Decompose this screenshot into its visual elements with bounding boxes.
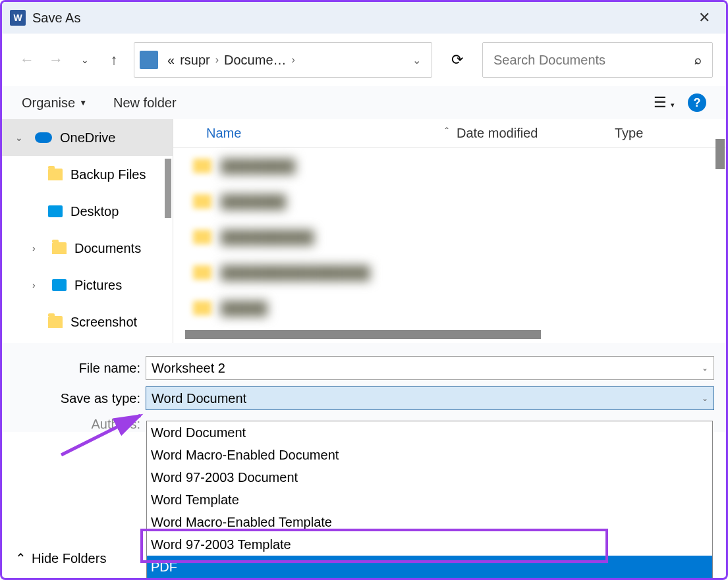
path-seg-1[interactable]: rsupr <box>180 53 210 68</box>
type-option-pdf[interactable]: PDF <box>147 556 712 578</box>
onedrive-icon <box>35 132 52 143</box>
sidebar-item-label: Pictures <box>74 278 122 293</box>
col-name[interactable]: Name⌃ <box>173 126 457 141</box>
chevron-right-icon[interactable]: › <box>32 280 44 290</box>
desktop-icon <box>48 205 63 217</box>
titlebar: Save As ✕ <box>2 2 726 34</box>
svg-line-0 <box>61 415 140 455</box>
nav-sidebar: ⌄ OneDrive Backup Files Desktop › Docume… <box>2 119 173 343</box>
save-type-label: Save as type: <box>14 391 146 406</box>
location-icon <box>140 51 158 69</box>
search-box[interactable]: ⌕ <box>482 42 713 78</box>
file-list-pane: Name⌃ Date modified Type ████████ ██████… <box>173 119 726 343</box>
list-item[interactable]: ██████████ <box>173 219 726 255</box>
chevron-down-icon[interactable]: ⌄ <box>15 132 27 143</box>
folder-icon <box>48 316 63 328</box>
new-folder-button[interactable]: New folder <box>113 95 177 111</box>
sidebar-item-screenshot[interactable]: Screenshot <box>2 303 173 340</box>
save-type-dropdown: Word Document Word Macro-Enabled Documen… <box>146 421 713 580</box>
sidebar-item-backup[interactable]: Backup Files <box>2 156 173 193</box>
type-option[interactable]: Word Macro-Enabled Document <box>147 444 712 466</box>
type-option[interactable]: Word Template <box>147 488 712 511</box>
chevron-down-icon[interactable]: ⌄ <box>702 394 708 403</box>
sidebar-item-documents[interactable]: › Documents <box>2 230 173 267</box>
list-item[interactable]: ███████ <box>173 184 726 219</box>
back-button[interactable]: ← <box>15 48 39 72</box>
chevron-up-icon: ⌃ <box>15 550 26 566</box>
address-dropdown[interactable]: ⌄ <box>406 54 426 66</box>
type-option[interactable]: Word 97-2003 Template <box>147 533 712 556</box>
recent-dropdown[interactable]: ⌄ <box>73 48 97 72</box>
toolbar: Organise▼ New folder ☰ ▾ ? <box>2 86 726 119</box>
column-headers: Name⌃ Date modified Type <box>173 119 726 148</box>
sort-indicator-icon: ⌃ <box>443 126 450 141</box>
horizontal-scrollbar[interactable] <box>185 330 541 339</box>
path-seg-2[interactable]: Docume… <box>224 53 286 68</box>
list-item[interactable]: █████ <box>173 290 726 326</box>
word-icon <box>10 10 26 26</box>
sidebar-item-label: Screenshot <box>70 315 137 330</box>
close-button[interactable]: ✕ <box>690 7 718 29</box>
hide-folders-button[interactable]: ⌃ Hide Folders <box>15 550 106 566</box>
sidebar-item-label: Backup Files <box>70 167 146 182</box>
main-area: ⌄ OneDrive Backup Files Desktop › Docume… <box>2 119 726 343</box>
annotation-arrow <box>55 409 154 461</box>
filename-input[interactable]: Worksheet 2⌄ <box>146 356 714 380</box>
list-item[interactable]: ████████████████ <box>173 255 726 290</box>
organise-menu[interactable]: Organise▼ <box>22 95 87 111</box>
view-menu[interactable]: ☰ ▾ <box>654 94 675 111</box>
chevron-right-icon[interactable]: › <box>292 54 295 66</box>
vertical-scrollbar[interactable] <box>715 139 725 169</box>
folder-icon <box>48 169 63 180</box>
sidebar-item-pictures[interactable]: › Pictures <box>2 267 173 303</box>
filename-label: File name: <box>14 361 146 376</box>
sidebar-item-desktop[interactable]: Desktop <box>2 193 173 230</box>
sidebar-item-label: Documents <box>74 241 141 256</box>
folder-icon <box>52 242 67 254</box>
type-option[interactable]: Word 97-2003 Document <box>147 466 712 488</box>
sidebar-item-label: OneDrive <box>60 130 115 145</box>
refresh-button[interactable]: ⟳ <box>444 47 470 73</box>
search-input[interactable] <box>493 53 694 68</box>
pictures-icon <box>52 279 67 291</box>
forward-button[interactable]: → <box>44 48 68 72</box>
address-bar[interactable]: « rsupr › Docume… › ⌄ <box>134 42 432 78</box>
up-button[interactable]: ↑ <box>102 48 126 72</box>
col-type[interactable]: Type <box>615 126 667 141</box>
path-root-marker: « <box>167 53 175 68</box>
dialog-title: Save As <box>32 11 80 26</box>
hide-folders-label: Hide Folders <box>32 551 106 566</box>
type-option[interactable]: Word Macro-Enabled Template <box>147 511 712 533</box>
sidebar-item-label: Desktop <box>70 204 119 219</box>
col-date[interactable]: Date modified <box>457 126 615 141</box>
save-type-select[interactable]: Word Document⌄ <box>146 386 714 410</box>
chevron-right-icon[interactable]: › <box>32 243 44 253</box>
help-button[interactable]: ? <box>688 93 706 112</box>
chevron-down-icon[interactable]: ⌄ <box>702 363 708 373</box>
list-item[interactable]: ████████ <box>173 148 726 184</box>
sidebar-item-onedrive[interactable]: ⌄ OneDrive <box>2 119 173 156</box>
nav-row: ← → ⌄ ↑ « rsupr › Docume… › ⌄ ⟳ ⌕ <box>2 34 726 86</box>
search-icon[interactable]: ⌕ <box>694 53 702 67</box>
chevron-right-icon[interactable]: › <box>215 54 219 66</box>
sidebar-scrollbar[interactable] <box>165 159 171 218</box>
type-option[interactable]: Word Document <box>147 421 712 444</box>
